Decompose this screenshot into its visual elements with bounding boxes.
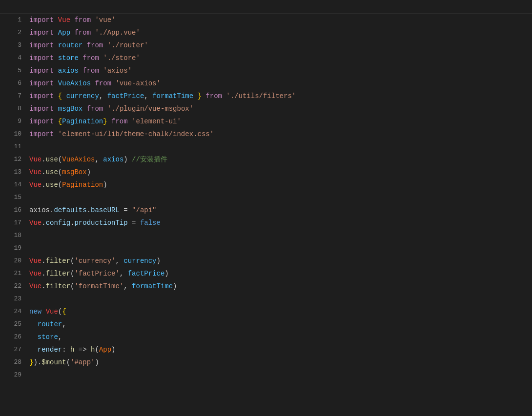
line-number: 27 [4,343,21,356]
token-t-store-ref: store [38,333,58,341]
token-t-dot: . [41,282,45,290]
token-t-str-mount: '#app' [70,358,95,366]
token-plain: , [115,257,119,265]
code-line [29,229,532,242]
token-t-vue: Vue [29,270,41,277]
code-line: import App from './App.vue' [29,26,532,39]
token-t-str-factprice: 'factPrice' [74,270,119,277]
code-line: Vue.filter('currency', currency) [29,255,532,267]
token-space [62,92,66,100]
token-t-from: from [74,16,91,24]
token-t-str-vue: 'vue' [95,16,115,24]
token-plain: ) [173,282,177,290]
token-t-from: from [82,67,99,75]
token-space [54,79,58,87]
code-line: Vue.filter('factPrice', factPrice) [29,267,532,280]
token-t-curly: } [103,118,107,125]
token-t-use: use [46,168,58,176]
token-t-baseurl: baseURL [91,206,120,214]
token-plain: ) [103,181,107,189]
token-space [99,54,103,62]
token-t-str-plugin: './plugin/vue-msgbox' [107,105,193,113]
token-t-config: config [46,219,70,227]
code-line [29,191,532,204]
code-editor[interactable]: 1234567891011121314151617181920212223242… [0,14,532,416]
token-t-str-element: 'element-ui/lib/theme-chalk/index.css' [58,130,214,138]
token-t-formattime: formatTime [132,282,173,290]
token-t-str-formattime: 'formatTime' [74,282,123,290]
token-plain: ( [66,358,70,366]
token-t-param-vueaxios: VueAxios [62,156,95,163]
line-numbers: 1234567891011121314151617181920212223242… [0,14,25,416]
code-line: Vue.config.productionTip = false [29,217,532,229]
code-content[interactable]: import Vue from 'vue'import App from './… [25,14,532,416]
line-number: 13 [4,166,21,178]
token-t-productiontip: productionTip [74,219,127,227]
token-t-arrow: => [79,346,87,354]
breadcrumb-bar [0,0,532,14]
code-line [29,242,532,255]
token-space [136,219,140,227]
code-line: import router from './router' [29,39,532,52]
token-t-import: import [29,29,54,37]
token-plain: ) [164,270,168,277]
token-space [193,92,197,100]
token-t-import: import [29,79,54,87]
token-t-defaults: defaults [54,206,86,214]
token-space [107,118,111,125]
token-t-vue: Vue [29,156,41,163]
token-t-msgbox: msgBox [58,105,82,113]
token-t-brace: { [62,308,66,316]
line-number: 3 [4,39,21,52]
code-line: Vue.use(Pagination) [29,178,532,191]
line-number: 18 [4,229,21,242]
token-t-store-var: store [58,54,79,62]
token-t-dot: . [41,181,45,189]
code-line: import VueAxios from 'vue-axios' [29,77,532,90]
token-t-dot: . [41,168,45,176]
token-t-false: false [140,219,161,227]
line-number: 6 [4,77,21,90]
token-t-router-ref: router [38,320,62,328]
token-t-param-axios: axios [103,156,123,163]
token-t-from: from [205,92,222,100]
token-t-dot: . [41,156,45,163]
line-number: 28 [4,356,21,369]
line-number: 19 [4,242,21,255]
token-t-comment: //安装插件 [132,156,167,163]
token-t-eq: = [123,206,127,214]
token-plain: , [99,92,103,100]
token-t-import: import [29,67,54,75]
line-number: 20 [4,255,21,267]
token-space [79,54,82,62]
token-space [54,130,58,138]
token-t-dot: . [41,270,45,277]
token-space [74,346,78,354]
token-t-import: import [29,105,54,113]
code-line: router, [29,318,532,331]
token-space [66,346,70,354]
token-space [29,320,38,328]
code-line: new Vue({ [29,305,532,318]
token-plain: ) [123,156,127,163]
token-space [79,67,82,75]
code-line [29,140,532,153]
token-space [29,346,38,354]
token-space [128,282,132,290]
code-line: Vue.use(VueAxios, axios) //安装插件 [29,153,532,166]
token-plain: ( [58,181,62,189]
token-t-vue: Vue [29,181,41,189]
token-plain: , [95,156,99,163]
token-t-router-var: router [58,41,82,49]
token-space [82,41,86,49]
code-line: import store from './store' [29,52,532,64]
token-t-str-currency: 'currency' [74,257,115,265]
token-t-from: from [87,105,103,113]
token-t-vue: Vue [29,282,41,290]
token-t-str-store: './store' [103,54,140,62]
code-line: import msgBox from './plugin/vue-msgbox' [29,102,532,115]
code-line [29,369,532,381]
token-t-filter: filter [46,282,70,290]
token-t-dot: . [87,206,91,214]
line-number: 7 [4,90,21,102]
